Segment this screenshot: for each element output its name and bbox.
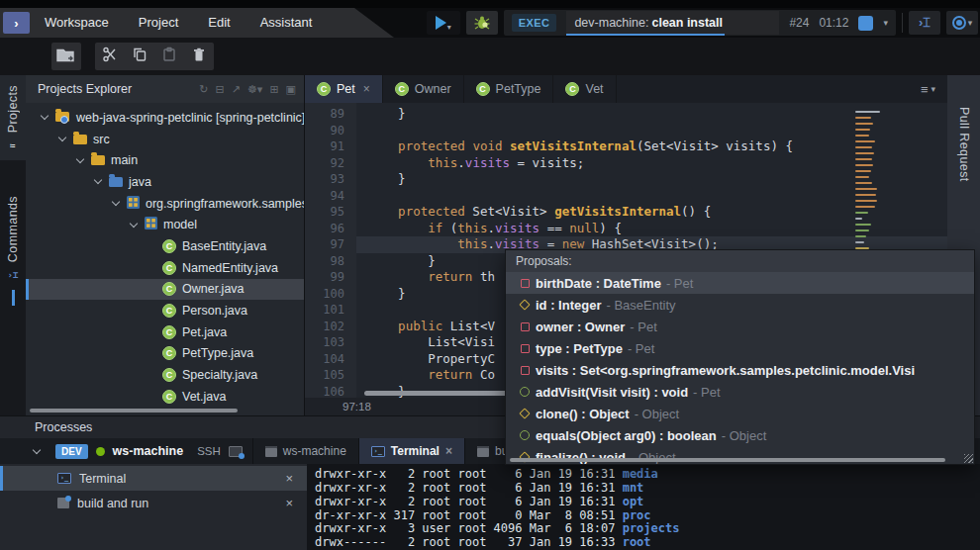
cut-button[interactable]	[95, 43, 125, 70]
delete-button[interactable]	[184, 43, 214, 70]
editor-tab-pettype[interactable]: CPetType	[464, 75, 554, 103]
tree-item-namedentity-java[interactable]: CNamedEntity.java	[26, 257, 304, 279]
tree-item-label: Specialty.java	[182, 368, 257, 382]
workspace-chevron-button[interactable]: ›	[3, 12, 30, 34]
minimap-line	[855, 164, 873, 166]
tree-item-main[interactable]: main	[26, 149, 304, 171]
proposal-id[interactable]: id : Integer- BaseEntity	[506, 294, 974, 316]
run-number: #24	[789, 16, 809, 30]
process-tab-ws-machine[interactable]: ws-machine	[252, 438, 358, 464]
close-icon[interactable]: ×	[363, 82, 370, 96]
stop-button[interactable]	[858, 16, 873, 31]
process-item-build-and-run[interactable]: build and run×	[0, 491, 307, 515]
menu-item-assistant[interactable]: Assistant	[245, 8, 328, 38]
tree-item-java[interactable]: java	[26, 171, 304, 193]
minimap-line	[855, 140, 875, 142]
rail-tab-commands[interactable]: Commands ›⌶	[0, 186, 26, 316]
tree-item-specialty-java[interactable]: CSpecialty.java	[26, 364, 304, 386]
process-tab-terminal[interactable]: ›_Terminal×	[358, 438, 464, 464]
link-with-editor-icon[interactable]: ↗	[232, 83, 241, 96]
editor-tab-vet[interactable]: CVet	[553, 75, 616, 103]
focus-process-button[interactable]: ›⌶	[909, 11, 940, 35]
output-file-icon	[265, 446, 277, 457]
run-timer: 01:12	[819, 16, 848, 30]
tree-item-vet-java[interactable]: CVet.java	[26, 386, 304, 408]
close-icon[interactable]: ×	[285, 496, 293, 510]
tree-item-baseentity-java[interactable]: CBaseEntity.java	[26, 235, 304, 257]
target-menu-button[interactable]: ▾	[946, 11, 978, 35]
tree-horizontal-scrollbar[interactable]	[30, 409, 238, 412]
process-item-terminal[interactable]: ›_Terminal×	[0, 466, 307, 491]
proposals-resize-handle[interactable]	[964, 454, 973, 463]
expander-icon[interactable]	[94, 176, 102, 184]
target-caret-icon: ▾	[968, 18, 973, 28]
refresh-icon[interactable]: ↻	[199, 83, 208, 96]
proposal-equals-object[interactable]: equals(Object arg0) : boolean- Object	[506, 424, 974, 446]
package-icon	[145, 217, 157, 232]
expander-icon[interactable]	[76, 154, 84, 162]
menu-item-workspace[interactable]: Workspace	[30, 8, 124, 38]
machine-expand-icon[interactable]	[33, 445, 41, 453]
import-project-icon[interactable]: ⊞	[269, 83, 278, 96]
cut-icon	[102, 46, 118, 66]
terminal-line: drwxr-xr-x 2 root root 6 Jan 19 16:31 op…	[315, 496, 980, 509]
tree-item-src[interactable]: src	[26, 129, 304, 150]
settings-icon[interactable]: ☸▾	[247, 83, 262, 96]
tree-item-owner-java[interactable]: COwner.java	[26, 279, 304, 301]
ssh-label[interactable]: SSH	[197, 445, 221, 457]
close-icon[interactable]: ×	[285, 471, 293, 486]
proposals-horizontal-scrollbar[interactable]	[510, 458, 945, 462]
proposal-birthdate[interactable]: birthDate : DateTime- Pet	[506, 272, 974, 294]
rail-tab-projects[interactable]: Projects ≔	[0, 75, 26, 160]
debug-button[interactable]	[466, 11, 498, 35]
terminal-output[interactable]: drwxr-xr-x 2 root root 6 Jan 19 16:31 me…	[307, 464, 980, 550]
line-number: 105	[305, 367, 344, 384]
folder-icon	[73, 135, 87, 144]
proposal-clone-[interactable]: clone() : Object- Object	[506, 403, 974, 424]
maximize-icon[interactable]: ▣	[286, 83, 296, 96]
editor-tab-owner[interactable]: COwner	[383, 75, 464, 103]
tree-item-model[interactable]: model	[26, 214, 304, 235]
copy-button[interactable]	[125, 43, 154, 70]
close-icon[interactable]: ×	[445, 444, 452, 458]
editor-tab-menu[interactable]: ≡▾	[921, 75, 935, 103]
line-number-gutter[interactable]: 8990919293949596979899100101102103104105…	[305, 103, 356, 398]
tree-item-org-springframework-samples[interactable]: org.springframework.samples	[26, 193, 304, 215]
expander-icon[interactable]	[130, 220, 138, 228]
proposal-addvisit-visit[interactable]: addVisit(Visit visit) : void- Pet	[506, 381, 974, 403]
terminal-line: drwx------ 2 root root 37 Jan 19 16:33 r…	[315, 536, 980, 550]
expander-icon[interactable]	[112, 198, 120, 206]
proposal-type[interactable]: type : PetType- Pet	[506, 337, 974, 359]
command-dropdown-icon[interactable]: ▾	[883, 18, 888, 28]
menu-item-project[interactable]: Project	[124, 8, 193, 38]
proposal-owner[interactable]: owner : Owner- Pet	[506, 316, 974, 337]
processes-title: Processes	[35, 420, 92, 434]
minimap-line	[855, 176, 869, 178]
new-project-button[interactable]	[51, 43, 81, 70]
java-class-icon: C	[162, 346, 176, 360]
tree-item-web-java-spring-petclinic-spring-petclinic-[interactable]: web-java-spring-petclinic [spring-petcli…	[26, 107, 304, 129]
collapse-all-icon[interactable]: ⊟	[216, 83, 225, 96]
run-button[interactable]: ▾	[427, 11, 460, 35]
tree-item-label: Person.java	[182, 304, 247, 318]
editor-tab-pet[interactable]: CPet×	[305, 75, 383, 103]
tree-item-pet-java[interactable]: CPet.java	[26, 321, 304, 343]
expander-icon[interactable]	[41, 112, 49, 120]
menu-item-edit[interactable]: Edit	[193, 8, 245, 38]
paste-button[interactable]	[154, 43, 184, 70]
command-field[interactable]: dev-machine: clean install	[566, 11, 779, 35]
new-terminal-icon[interactable]	[229, 446, 243, 457]
java-class-icon: C	[317, 82, 331, 96]
tree-item-person-java[interactable]: CPerson.java	[26, 300, 304, 321]
proposal-finalize-[interactable]: finalize() : void- Object	[506, 446, 974, 465]
tree-item-pettype-java[interactable]: CPetType.java	[26, 343, 304, 365]
minimap-line	[855, 235, 866, 237]
terminal-line: drwxr-xr-x 3 user root 4096 Mar 6 18:07 …	[315, 522, 980, 536]
proposal-visits[interactable]: visits : Set<org.springframework.samples…	[506, 359, 974, 381]
expander-icon[interactable]	[58, 134, 66, 141]
line-number: 93	[305, 171, 344, 188]
proposal-origin: - BaseEntity	[606, 298, 675, 313]
menu-left: › WorkspaceProjectEditAssistant	[0, 8, 327, 38]
line-number: 101	[305, 302, 344, 319]
toolbar	[0, 38, 980, 75]
